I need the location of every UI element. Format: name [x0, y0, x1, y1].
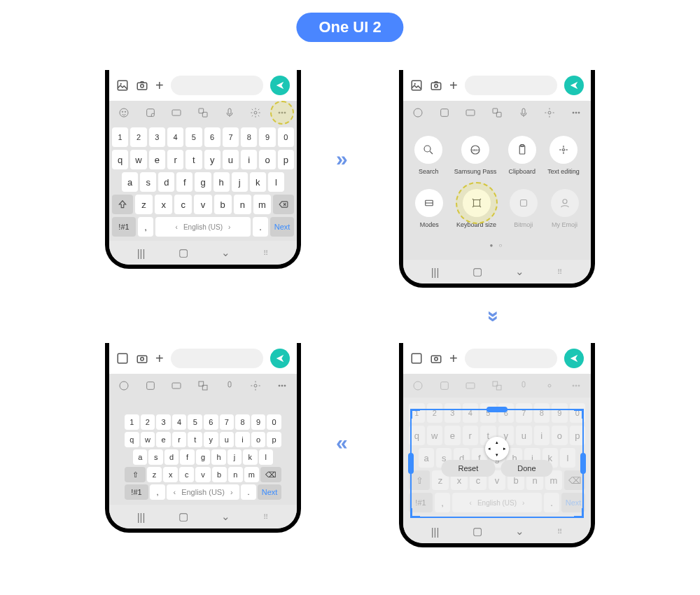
key-j[interactable]: j — [232, 172, 248, 192]
key-s[interactable]: s — [148, 449, 162, 465]
sticker-icon[interactable] — [437, 105, 452, 120]
comma-key[interactable]: , — [138, 217, 153, 237]
key-b[interactable]: b — [214, 195, 232, 214]
key-n[interactable]: n — [234, 195, 251, 214]
gif-icon[interactable] — [169, 378, 184, 393]
camera-icon[interactable] — [136, 352, 148, 365]
send-button[interactable] — [564, 349, 584, 368]
space-key[interactable]: ‹English (US)› — [155, 217, 251, 237]
key-7[interactable]: 7 — [220, 414, 234, 430]
sticker-icon[interactable] — [143, 105, 158, 120]
mic-icon[interactable] — [516, 105, 531, 120]
key-y[interactable]: y — [204, 432, 218, 447]
key-l[interactable]: l — [268, 172, 284, 192]
key-8[interactable]: 8 — [241, 127, 257, 147]
gallery-icon[interactable] — [116, 79, 129, 92]
more-options-icon[interactable] — [568, 105, 584, 120]
key-d[interactable]: d — [158, 172, 174, 192]
key-0[interactable]: 0 — [267, 414, 281, 430]
recents-button[interactable]: ||| — [431, 526, 440, 538]
key-a[interactable]: a — [419, 448, 434, 468]
translate-icon[interactable] — [489, 105, 505, 120]
camera-icon[interactable] — [430, 352, 442, 365]
option-search[interactable]: Search — [414, 136, 442, 175]
key-5[interactable]: 5 — [480, 403, 496, 423]
key-p[interactable]: p — [267, 432, 281, 447]
key-e[interactable]: e — [444, 426, 461, 445]
gif-icon[interactable] — [169, 105, 184, 120]
recents-button[interactable]: ||| — [137, 511, 146, 523]
key-c[interactable]: c — [174, 195, 192, 214]
option-clipboard[interactable]: Clipboard — [508, 136, 536, 175]
option-keyboard-size[interactable]: Keyboard size — [456, 189, 496, 228]
text-input[interactable] — [465, 76, 557, 95]
key-l[interactable]: l — [259, 449, 273, 465]
option-modes[interactable]: Modes — [415, 189, 443, 228]
key-9[interactable]: 9 — [251, 414, 266, 430]
key-p[interactable]: p — [570, 426, 586, 445]
gallery-icon[interactable] — [410, 352, 423, 365]
key-3[interactable]: 3 — [149, 127, 165, 147]
gallery-icon[interactable] — [116, 352, 129, 365]
key-n[interactable]: n — [228, 467, 243, 482]
mic-icon[interactable] — [222, 378, 237, 393]
emoji-icon[interactable] — [116, 105, 132, 120]
key-m[interactable]: m — [253, 195, 271, 214]
key-4[interactable]: 4 — [167, 127, 183, 147]
key-7[interactable]: 7 — [223, 127, 239, 147]
key-i[interactable]: i — [534, 426, 550, 445]
symbols-key[interactable]: !#1 — [125, 484, 148, 500]
key-h[interactable]: h — [214, 172, 230, 192]
key-4[interactable]: 4 — [463, 403, 479, 423]
key-u[interactable]: u — [516, 426, 532, 445]
key-u[interactable]: u — [223, 150, 239, 169]
shift-key[interactable] — [112, 195, 133, 214]
text-input[interactable] — [465, 349, 557, 368]
recents-button[interactable]: ||| — [431, 266, 440, 278]
more-options-icon[interactable] — [274, 105, 290, 120]
key-h[interactable]: h — [211, 449, 225, 465]
key-x[interactable]: x — [155, 195, 172, 214]
send-button[interactable] — [270, 349, 290, 368]
mic-icon[interactable] — [222, 105, 237, 120]
key-v[interactable]: v — [194, 195, 211, 214]
text-input[interactable] — [171, 76, 263, 95]
key-6[interactable]: 6 — [498, 403, 514, 423]
sticker-icon[interactable] — [143, 378, 158, 393]
back-button[interactable]: ⌄ — [221, 510, 230, 523]
key-8[interactable]: 8 — [235, 414, 250, 430]
back-button[interactable]: ⌄ — [515, 265, 524, 278]
key-o[interactable]: o — [552, 426, 568, 445]
settings-icon[interactable] — [248, 105, 263, 120]
key-6[interactable]: 6 — [204, 414, 218, 430]
key-k[interactable]: k — [250, 172, 266, 192]
key-7[interactable]: 7 — [516, 403, 532, 423]
key-d[interactable]: d — [164, 449, 178, 465]
shift-key[interactable]: ⇧ — [125, 467, 146, 482]
key-q[interactable]: q — [112, 150, 128, 169]
camera-icon[interactable] — [430, 79, 442, 92]
key-o[interactable]: o — [259, 150, 275, 169]
home-button[interactable]: ▢ — [178, 510, 188, 523]
key-a[interactable]: a — [122, 172, 138, 192]
key-w[interactable]: w — [130, 150, 146, 169]
key-b[interactable]: b — [212, 467, 227, 482]
send-button[interactable] — [564, 76, 584, 95]
key-f[interactable]: f — [176, 172, 192, 192]
key-q[interactable]: q — [409, 426, 425, 445]
key-1[interactable]: 1 — [112, 127, 128, 147]
key-a[interactable]: a — [133, 449, 147, 465]
emoji-icon[interactable] — [116, 378, 132, 393]
key-r[interactable]: r — [463, 426, 479, 445]
key-z[interactable]: z — [135, 195, 153, 214]
next-key[interactable]: Next — [270, 217, 294, 237]
home-button[interactable]: ▢ — [472, 525, 482, 538]
option-samsung-pass[interactable]: passSamsung Pass — [454, 136, 497, 175]
key-5[interactable]: 5 — [188, 414, 202, 430]
key-i[interactable]: i — [235, 432, 250, 447]
key-2[interactable]: 2 — [141, 414, 155, 430]
key-k[interactable]: k — [243, 449, 257, 465]
key-f[interactable]: f — [180, 449, 194, 465]
key-3[interactable]: 3 — [444, 403, 461, 423]
backspace-key[interactable]: ⌫ — [260, 467, 281, 482]
